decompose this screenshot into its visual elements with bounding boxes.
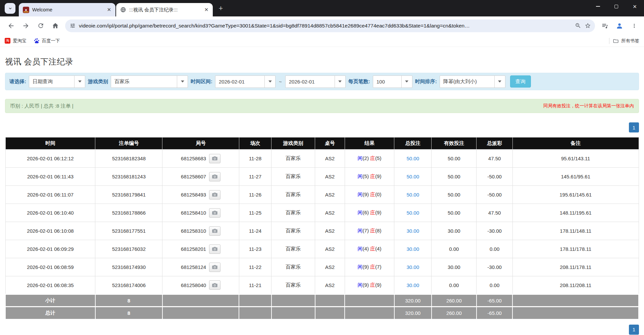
- table-row: 2026-02-01 06:10:08523168177551681258310…: [5, 222, 639, 240]
- game-type-select[interactable]: 百家乐: [111, 75, 188, 88]
- per-page-select[interactable]: 100: [373, 75, 412, 88]
- bookmark-star-icon[interactable]: [585, 22, 591, 29]
- close-tab-icon[interactable]: ✕: [203, 7, 209, 13]
- records-table: 时间注单编号局号场次游戏类别桌号结果总投注有效投注总派彩备注 2026-02-0…: [5, 137, 639, 320]
- view-video-button[interactable]: [209, 154, 220, 163]
- date-to-select[interactable]: 2026-02-01: [285, 75, 346, 88]
- date-from-select[interactable]: 2026-02-01: [215, 75, 276, 88]
- column-header: 时间: [5, 137, 95, 150]
- column-header: 注单编号: [95, 137, 162, 150]
- total-bet-link[interactable]: 30.00: [406, 228, 419, 234]
- cell-note: 208.11/208.11: [512, 276, 639, 294]
- total-bet-link[interactable]: 50.00: [406, 156, 419, 161]
- new-tab-button[interactable]: +: [216, 4, 226, 13]
- site-info-icon[interactable]: [70, 23, 76, 29]
- cell-valid-bet: 50.00: [432, 168, 477, 186]
- cell-bet-id: 523168179841: [95, 186, 162, 204]
- all-bookmarks-button[interactable]: 所有书签: [613, 38, 639, 44]
- window-close-button[interactable]: ✕: [626, 0, 644, 13]
- column-header: 场次: [239, 137, 271, 150]
- time-sort-label: 时间排序:: [415, 78, 437, 85]
- cell-round: 681258040: [162, 276, 239, 294]
- cell-time: 2026-02-01 06:08:35: [5, 276, 95, 294]
- cell-note: 208.11/178.11: [512, 258, 639, 276]
- menu-button[interactable]: [628, 19, 641, 32]
- cell-valid-bet: 0.00: [432, 276, 477, 294]
- page-1-button[interactable]: 1: [629, 122, 639, 132]
- reload-button[interactable]: [34, 19, 47, 32]
- cell-payout: 47.50: [477, 204, 513, 222]
- total-bet-link[interactable]: 50.00: [406, 210, 419, 216]
- cell-table-no: AS2: [315, 258, 345, 276]
- zoom-icon[interactable]: [575, 22, 581, 29]
- chevron-down-icon: [8, 6, 12, 11]
- dropdown-arrow-icon: [177, 76, 188, 88]
- page-1-button[interactable]: 1: [629, 325, 639, 335]
- tab-betrecord[interactable]: :::视讯 会员下注纪录::: ✕: [116, 3, 213, 16]
- cell-result: 闲(2) 庄(5): [345, 150, 394, 168]
- cell-valid-bet: 30.00: [432, 258, 477, 276]
- total-bet-link[interactable]: 30.00: [406, 246, 419, 252]
- home-button[interactable]: [49, 19, 62, 32]
- back-button[interactable]: [5, 19, 17, 32]
- footer-count: 8: [95, 294, 162, 307]
- cell-game: 百家乐: [271, 258, 315, 276]
- maximize-icon: [614, 5, 618, 8]
- footer-empty: [162, 294, 239, 307]
- per-page-label: 每页笔数:: [348, 78, 370, 85]
- media-controls-button[interactable]: [598, 19, 611, 32]
- cell-bet-id: 523168174006: [95, 276, 162, 294]
- game-type-label: 游戏类别: [88, 78, 108, 85]
- view-video-button[interactable]: [209, 226, 220, 236]
- bookmark-taobao[interactable]: 淘 爱淘宝: [5, 38, 27, 44]
- cell-table-no: AS2: [315, 240, 345, 258]
- view-video-button[interactable]: [209, 190, 220, 200]
- cell-bet-id: 523168182348: [95, 150, 162, 168]
- bookmarks-bar: 淘 爱淘宝 百度一下 所有书签: [0, 35, 644, 47]
- window-maximize-button[interactable]: [607, 0, 626, 13]
- column-header: 有效投注: [432, 137, 477, 150]
- view-video-button[interactable]: [209, 263, 220, 272]
- view-video-button[interactable]: [209, 280, 220, 290]
- back-icon: [7, 22, 15, 30]
- currency-summary: 币别 : 人民币 | 总共 :8 注单 |: [10, 103, 73, 109]
- cell-session: 11-25: [239, 204, 271, 222]
- search-button[interactable]: 查询: [510, 75, 531, 88]
- table-row: 2026-02-01 06:08:59523168174930681258124…: [5, 258, 639, 276]
- tab-search-button[interactable]: [5, 3, 15, 14]
- bookmark-baidu[interactable]: 百度一下: [34, 38, 60, 44]
- column-header: 游戏类别: [271, 137, 315, 150]
- taobao-icon: 淘: [5, 38, 10, 44]
- tab-welcome[interactable]: ♠ Welcome ✕: [19, 3, 115, 16]
- camera-icon: [212, 265, 218, 270]
- view-video-button[interactable]: [209, 208, 220, 218]
- time-sort-select[interactable]: 降幂(由大到小): [440, 75, 505, 88]
- dropdown-arrow-icon: [335, 76, 345, 88]
- reload-icon: [37, 22, 44, 29]
- cell-valid-bet: 50.00: [432, 150, 477, 168]
- forward-button[interactable]: [19, 19, 32, 32]
- total-bet-link[interactable]: 50.00: [406, 174, 419, 179]
- cell-session: 11-27: [239, 168, 271, 186]
- cell-payout: 47.50: [477, 150, 513, 168]
- total-bet-link[interactable]: 30.00: [406, 282, 419, 288]
- total-bet-link[interactable]: 50.00: [406, 192, 419, 198]
- view-video-button[interactable]: [209, 172, 220, 181]
- query-type-select[interactable]: 日期查询: [29, 75, 85, 88]
- cell-result: 闲(9) 庄(0): [345, 186, 394, 204]
- view-video-button[interactable]: [209, 244, 220, 254]
- divider: [609, 38, 609, 44]
- close-tab-icon[interactable]: ✕: [106, 7, 112, 13]
- footer-empty: [345, 294, 394, 307]
- header-row: 时间注单编号局号场次游戏类别桌号结果总投注有效投注总派彩备注: [5, 137, 639, 150]
- address-bar[interactable]: videoie.com/ipl/portal.php/game/betrecor…: [65, 19, 595, 32]
- footer-payout: -65.00: [477, 294, 513, 307]
- window-minimize-button[interactable]: [589, 0, 607, 13]
- cell-total-bet: 30.00: [394, 240, 432, 258]
- cell-game: 百家乐: [271, 150, 315, 168]
- footer-empty: [315, 294, 345, 307]
- cell-note: 195.61/145.61: [512, 186, 639, 204]
- cell-time: 2026-02-01 06:10:08: [5, 222, 95, 240]
- profile-avatar[interactable]: [613, 19, 626, 32]
- total-bet-link[interactable]: 30.00: [406, 264, 419, 270]
